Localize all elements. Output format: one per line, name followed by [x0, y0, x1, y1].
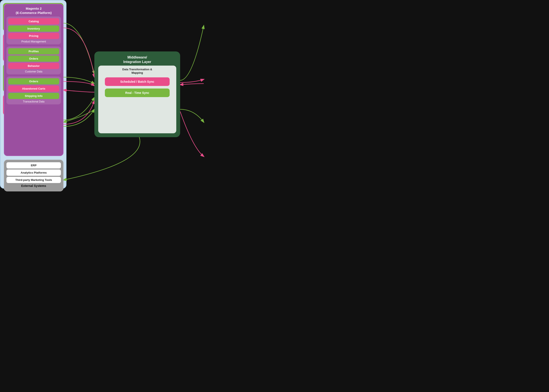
erp-pill: ERP — [7, 162, 61, 168]
inventory-pill: Inventory — [8, 26, 59, 32]
product-management-group: Catalog Inventory Pricing Product Manage… — [7, 16, 61, 44]
orders2-pill: Orders — [8, 78, 59, 84]
middleware-title: Middleware/ Integration Layer — [123, 55, 151, 64]
behavior-pill: Behavior — [8, 63, 59, 69]
diagram-container: Magento 2 (E-Commerce Platform) Catalog … — [0, 0, 274, 196]
transactional-data-group: Orders Abandoned Carts Shipping Info Tra… — [7, 77, 61, 104]
external-systems-box: ERP Analytics Platforms Third-party Mark… — [4, 160, 64, 191]
shipping-info-pill: Shipping Info — [8, 93, 59, 99]
transactional-data-label: Transactional Data — [8, 100, 59, 103]
batch-sync-pill: Scheduled / Batch Sync — [105, 77, 170, 86]
realtime-sync-pill: Real - Time Sync — [105, 89, 170, 97]
magento-title: Magento 2 (E-Commerce Platform) — [7, 7, 61, 15]
orders-pill: Orders — [8, 56, 59, 62]
profiles-pill: Profiles — [8, 48, 59, 55]
middleware-inner: Data Transformation & Mapping Scheduled … — [98, 66, 176, 133]
abandoned-carts-pill: Abandoned Carts — [8, 85, 59, 92]
middleware-box: Middleware/ Integration Layer Data Trans… — [94, 51, 180, 137]
customer-data-group: Profiles Orders Behavior Customer Data — [7, 47, 61, 74]
external-title: External Systems — [7, 184, 61, 188]
customer-data-label: Customer Data — [8, 70, 59, 73]
magento-box: Magento 2 (E-Commerce Platform) Catalog … — [4, 4, 64, 156]
data-transformation-label: Data Transformation & Mapping — [122, 68, 152, 75]
third-party-pill: Third-party Marketing Tools — [7, 177, 61, 183]
product-management-label: Product Management — [8, 40, 59, 43]
analytics-pill: Analytics Platforms — [7, 169, 61, 176]
pricing-pill: Pricing — [8, 33, 59, 39]
catalog-pill: Catalog — [8, 18, 59, 24]
